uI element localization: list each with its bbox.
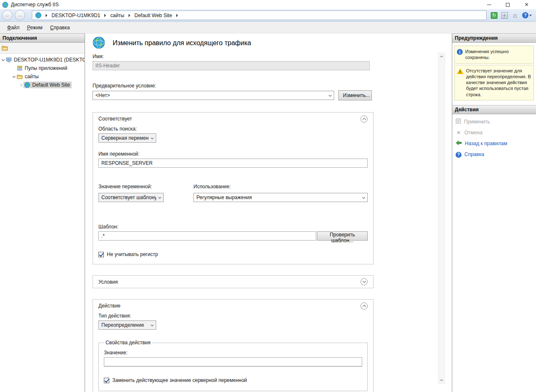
connections-toolbar bbox=[0, 43, 85, 54]
breadcrumb-default-web-site[interactable]: Default Web Site bbox=[134, 13, 173, 18]
expander-open-icon[interactable] bbox=[0, 59, 6, 61]
tree-item-label: Пулы приложений bbox=[25, 65, 67, 71]
breadcrumb-server[interactable]: DESKTOP-U1MK9D1 bbox=[51, 13, 101, 18]
help-action[interactable]: ? Справка bbox=[456, 151, 533, 158]
iis-manager-window: Диспетчер служб IIS ✕ ← → DESKTOP-U1MK9D… bbox=[0, 0, 536, 392]
variable-value-select[interactable]: Соответствует шаблону bbox=[98, 193, 164, 202]
cancel-label: Отмена bbox=[464, 130, 482, 136]
actions-list: Применить ✕ Отмена Назад к правилам ? Сп… bbox=[452, 114, 536, 166]
main-scrollbar[interactable] bbox=[438, 53, 445, 384]
site-globe-icon bbox=[35, 12, 41, 18]
breadcrumb-arrow-icon[interactable] bbox=[104, 14, 106, 17]
app-icon bbox=[2, 2, 8, 8]
action-section-title: Действие bbox=[98, 303, 121, 309]
collapse-section-button[interactable] bbox=[361, 302, 368, 310]
replace-value-label: Заменить действующее значение серверной … bbox=[112, 377, 247, 383]
grid-icon[interactable] bbox=[501, 12, 508, 19]
menu-view[interactable]: Режим bbox=[23, 23, 46, 32]
action-properties-title: Свойства действия bbox=[104, 340, 152, 346]
expander-closed-icon[interactable] bbox=[18, 84, 23, 86]
minimize-icon bbox=[487, 5, 491, 5]
minimize-button[interactable] bbox=[479, 0, 498, 9]
menu-file[interactable]: Файл bbox=[3, 23, 23, 32]
pattern-input[interactable] bbox=[98, 231, 316, 241]
expand-section-button[interactable] bbox=[361, 278, 368, 285]
maximize-button[interactable] bbox=[498, 0, 517, 9]
variable-name-input[interactable] bbox=[98, 159, 368, 168]
checkbox-checked-icon bbox=[98, 252, 104, 257]
variable-value-label: Значение переменной: bbox=[98, 184, 193, 190]
conditions-section: Условия bbox=[93, 275, 374, 288]
home-icon[interactable]: ⌂ bbox=[512, 12, 518, 19]
warning-alert: Отсутствует значение для действия переоп… bbox=[454, 65, 534, 100]
action-type-select[interactable]: Переопределение bbox=[98, 320, 156, 330]
forward-button[interactable]: → bbox=[15, 10, 25, 20]
match-section-title: Соответствует bbox=[98, 116, 132, 122]
sites-folder-icon bbox=[17, 74, 23, 79]
window-title: Диспетчер служб IIS bbox=[11, 2, 59, 8]
scroll-up-button[interactable] bbox=[438, 53, 445, 60]
help-icon: ? bbox=[456, 152, 461, 158]
back-button[interactable]: ← bbox=[2, 10, 13, 20]
apply-icon bbox=[456, 118, 461, 125]
collapse-section-button[interactable] bbox=[361, 115, 368, 123]
checkbox-checked-icon bbox=[104, 378, 109, 383]
server-icon bbox=[6, 57, 12, 63]
variable-name-label: Имя переменной: bbox=[98, 151, 368, 157]
menu-bar: Файл Режим Справка bbox=[0, 22, 536, 33]
scroll-down-button[interactable] bbox=[438, 377, 445, 383]
value-label: Значение: bbox=[104, 350, 362, 356]
scope-select[interactable]: Серверная переменная bbox=[98, 133, 156, 143]
close-button[interactable]: ✕ bbox=[517, 0, 536, 9]
pattern-label: Шаблон: bbox=[98, 224, 368, 230]
test-pattern-button[interactable]: Проверить шаблон... bbox=[317, 231, 368, 241]
menu-help[interactable]: Справка bbox=[46, 23, 74, 32]
breadcrumb-arrow-icon[interactable] bbox=[129, 14, 130, 17]
replace-value-checkbox[interactable]: Заменить действующее значение серверной … bbox=[104, 377, 362, 383]
refresh-icon[interactable]: ↻ bbox=[491, 12, 497, 19]
feature-globe-icon bbox=[93, 36, 105, 50]
feature-pane: Изменить правило для исходящего трафика … bbox=[85, 33, 452, 392]
save-connection-folder-icon[interactable] bbox=[2, 45, 8, 51]
alerts-list: i Изменения успешно сохранены. Отсутству… bbox=[452, 43, 536, 105]
alerts-header: Предупреждения bbox=[452, 33, 536, 43]
tree-item-default-web-site[interactable]: Default Web Site bbox=[0, 81, 85, 89]
forward-icon: → bbox=[17, 12, 23, 18]
precondition-select[interactable]: <Нет> bbox=[93, 91, 334, 100]
help-menu-button[interactable]: ? bbox=[522, 12, 532, 18]
feature-title-row: Изменить правило для исходящего трафика bbox=[93, 36, 435, 50]
breadcrumb-arrow-icon[interactable] bbox=[176, 14, 178, 17]
page-title: Изменить правило для исходящего трафика bbox=[113, 39, 251, 47]
website-globe-icon bbox=[24, 82, 30, 88]
info-icon: i bbox=[457, 49, 463, 55]
tree-item-sites[interactable]: сайты bbox=[0, 72, 85, 81]
chevron-up-icon bbox=[362, 118, 366, 121]
breadcrumb-arrow-icon bbox=[46, 14, 47, 17]
ignore-case-checkbox[interactable]: Не учитывать регистр bbox=[98, 251, 368, 257]
maximize-icon bbox=[506, 3, 510, 7]
tree-item-label: DESKTOP-U1MK9D1 (DESKTOP bbox=[14, 57, 85, 63]
edit-precondition-button[interactable]: Изменить... bbox=[338, 90, 372, 100]
chevron-down-icon bbox=[327, 91, 334, 100]
chevron-down-icon bbox=[149, 321, 156, 329]
action-value-input[interactable] bbox=[104, 357, 362, 366]
action-type-label: Тип действия: bbox=[98, 313, 368, 319]
precondition-label: Предварительное условие: bbox=[93, 83, 374, 89]
connections-header: Подключения bbox=[0, 33, 85, 43]
expander-open-icon[interactable] bbox=[11, 76, 17, 77]
tree-item-server[interactable]: DESKTOP-U1MK9D1 (DESKTOP bbox=[0, 56, 85, 64]
warning-icon bbox=[457, 69, 464, 74]
tree-item-app-pools[interactable]: Пулы приложений bbox=[0, 64, 85, 72]
back-to-rules-action[interactable]: Назад к правилам bbox=[456, 140, 533, 147]
scrollbar-track[interactable] bbox=[438, 60, 445, 377]
selected-tree-item[interactable]: Default Web Site bbox=[23, 82, 72, 88]
using-select[interactable]: Регулярные выражения bbox=[193, 193, 368, 202]
back-arrow-icon bbox=[456, 141, 462, 146]
breadcrumb: DESKTOP-U1MK9D1 сайты Default Web Site bbox=[32, 10, 487, 20]
cancel-icon: ✕ bbox=[456, 130, 461, 136]
conditions-section-title: Условия bbox=[98, 279, 118, 285]
back-to-rules-label: Назад к правилам bbox=[465, 141, 507, 146]
breadcrumb-sites[interactable]: сайты bbox=[109, 13, 125, 18]
close-icon: ✕ bbox=[524, 2, 528, 7]
chevron-down-icon bbox=[440, 378, 443, 381]
